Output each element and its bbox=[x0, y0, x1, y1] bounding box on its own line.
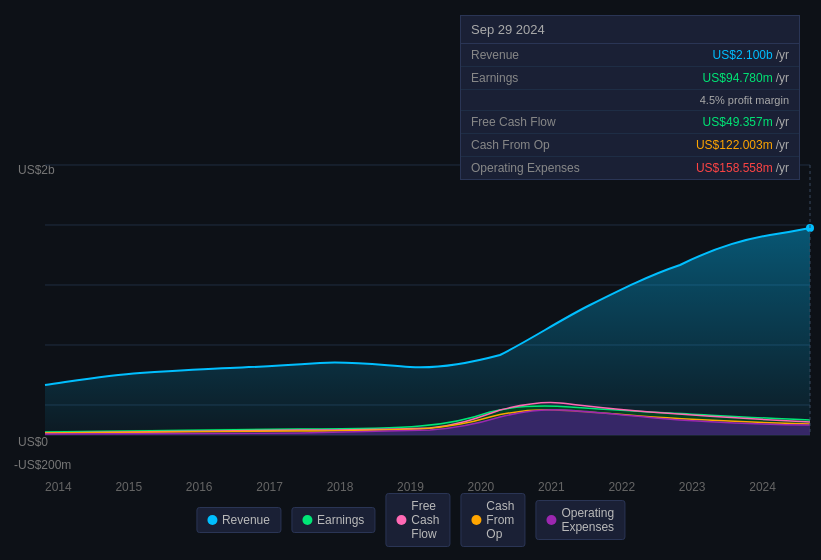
revenue-dot bbox=[207, 515, 217, 525]
legend-opex[interactable]: Operating Expenses bbox=[535, 500, 625, 540]
opex-dot bbox=[546, 515, 556, 525]
legend-cfo[interactable]: Cash From Op bbox=[460, 493, 525, 547]
x-label-2015: 2015 bbox=[115, 480, 142, 494]
tooltip-fcf-value: US$49.357m/yr bbox=[703, 115, 789, 129]
x-label-2022: 2022 bbox=[608, 480, 635, 494]
earnings-dot bbox=[302, 515, 312, 525]
tooltip-cfo-row: Cash From Op US$122.003m/yr bbox=[461, 134, 799, 157]
tooltip-fcf-row: Free Cash Flow US$49.357m/yr bbox=[461, 111, 799, 134]
x-label-2017: 2017 bbox=[256, 480, 283, 494]
fcf-dot bbox=[396, 515, 406, 525]
chart-svg bbox=[0, 155, 821, 475]
x-label-2016: 2016 bbox=[186, 480, 213, 494]
legend-fcf-label: Free Cash Flow bbox=[411, 499, 439, 541]
x-label-2019: 2019 bbox=[397, 480, 424, 494]
legend-cfo-label: Cash From Op bbox=[486, 499, 514, 541]
tooltip-revenue-row: Revenue US$2.100b/yr bbox=[461, 44, 799, 67]
legend-opex-label: Operating Expenses bbox=[561, 506, 614, 534]
legend-earnings-label: Earnings bbox=[317, 513, 364, 527]
x-label-2024: 2024 bbox=[749, 480, 776, 494]
tooltip-margin-value: 4.5% profit margin bbox=[700, 94, 789, 106]
chart-container: Sep 29 2024 Revenue US$2.100b/yr Earning… bbox=[0, 0, 821, 560]
tooltip-earnings-label: Earnings bbox=[471, 71, 518, 85]
cfo-dot bbox=[471, 515, 481, 525]
x-label-2023: 2023 bbox=[679, 480, 706, 494]
tooltip-fcf-label: Free Cash Flow bbox=[471, 115, 556, 129]
tooltip-earnings-row: Earnings US$94.780m/yr bbox=[461, 67, 799, 90]
legend-fcf[interactable]: Free Cash Flow bbox=[385, 493, 450, 547]
tooltip-earnings-value: US$94.780m/yr bbox=[703, 71, 789, 85]
tooltip-cfo-value: US$122.003m/yr bbox=[696, 138, 789, 152]
tooltip-opex-value: US$158.558m/yr bbox=[696, 161, 789, 175]
tooltip-opex-label: Operating Expenses bbox=[471, 161, 580, 175]
legend-earnings[interactable]: Earnings bbox=[291, 507, 375, 533]
x-label-2020: 2020 bbox=[468, 480, 495, 494]
tooltip-panel: Sep 29 2024 Revenue US$2.100b/yr Earning… bbox=[460, 15, 800, 180]
tooltip-margin-row: 4.5% profit margin bbox=[461, 90, 799, 111]
tooltip-opex-row: Operating Expenses US$158.558m/yr bbox=[461, 157, 799, 179]
legend-revenue[interactable]: Revenue bbox=[196, 507, 281, 533]
legend-revenue-label: Revenue bbox=[222, 513, 270, 527]
x-label-2018: 2018 bbox=[327, 480, 354, 494]
x-label-2021: 2021 bbox=[538, 480, 565, 494]
legend: Revenue Earnings Free Cash Flow Cash Fro… bbox=[196, 493, 625, 547]
tooltip-revenue-value: US$2.100b/yr bbox=[713, 48, 789, 62]
x-axis: 2014 2015 2016 2017 2018 2019 2020 2021 … bbox=[0, 480, 821, 494]
tooltip-header: Sep 29 2024 bbox=[461, 16, 799, 44]
tooltip-cfo-label: Cash From Op bbox=[471, 138, 550, 152]
x-label-2014: 2014 bbox=[45, 480, 72, 494]
tooltip-revenue-label: Revenue bbox=[471, 48, 519, 62]
